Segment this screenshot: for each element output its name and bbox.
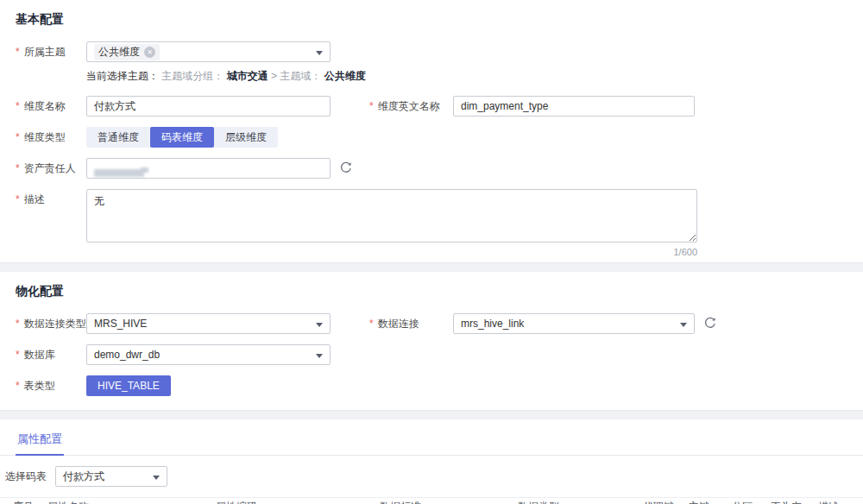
refresh-icon[interactable]	[339, 161, 353, 177]
subject-hint: 当前选择主题： 主题域分组： 城市交通 > 主题域： 公共维度	[86, 69, 847, 84]
connection-type-label: 数据连接类型	[16, 313, 86, 331]
type-option-normal[interactable]: 普通维度	[86, 127, 150, 148]
subject-label: 所属主题	[16, 41, 86, 60]
dimension-name-label: 维度名称	[16, 96, 86, 114]
asset-owner-redacted-value	[94, 167, 152, 180]
subject-select[interactable]: 公共维度 ✕	[86, 41, 331, 62]
section-title-material: 物化配置	[16, 272, 847, 313]
asset-owner-label: 资产责任人	[16, 158, 86, 176]
col-header-name: 属性名称	[35, 498, 203, 504]
database-value: demo_dwr_db	[94, 349, 160, 361]
table-type-row: 表类型 HIVE_TABLE	[16, 375, 847, 396]
dimension-en-name-label: 维度英文名称	[369, 96, 453, 114]
dimension-name-input[interactable]	[86, 96, 331, 117]
chevron-down-icon	[316, 354, 323, 358]
owner-row: 资产责任人	[16, 158, 847, 179]
section-title-basic: 基本配置	[16, 0, 847, 41]
table-type-badge[interactable]: HIVE_TABLE	[86, 375, 171, 396]
database-row: 数据库 demo_dwr_db	[16, 344, 847, 365]
col-header-data-type: 数据类型	[505, 498, 630, 504]
code-table-row: 选择码表 付款方式	[0, 456, 863, 497]
hint-domain-label: 主题域：	[280, 70, 321, 82]
subject-row: 所属主题 公共维度 ✕	[16, 41, 847, 62]
chevron-down-icon	[316, 51, 323, 55]
basic-config-section: 基本配置 所属主题 公共维度 ✕ 当前选择主题： 主题域分组： 城市交通 > 主…	[0, 0, 863, 257]
col-header-desc: 描述	[805, 498, 863, 504]
connection-type-value: MRS_HIVE	[94, 318, 147, 330]
type-option-codetable[interactable]: 码表维度	[150, 127, 214, 148]
attribute-config-section: 属性配置 选择码表 付款方式 序号 属性名称 属性编码 数据标准 数据类型 代理…	[0, 421, 863, 504]
col-header-surrogate-key: 代理键	[630, 498, 676, 504]
name-row: 维度名称 维度英文名称	[16, 96, 847, 117]
table-header-row: 序号 属性名称 属性编码 数据标准 数据类型 代理键 主键 分区 不为空 描述	[0, 498, 863, 504]
col-header-code: 属性编码	[203, 498, 367, 504]
hint-group-value: 城市交通	[227, 70, 268, 82]
attribute-table: 序号 属性名称 属性编码 数据标准 数据类型 代理键 主键 分区 不为空 描述 …	[0, 497, 863, 504]
database-select[interactable]: demo_dwr_db	[86, 344, 331, 365]
type-row: 维度类型 普通维度 码表维度 层级维度	[16, 127, 847, 148]
connection-type-row: 数据连接类型 MRS_HIVE 数据连接 mrs_hive_link	[16, 313, 847, 334]
hint-domain-value: 公共维度	[324, 70, 366, 82]
description-textarea[interactable]: 无	[86, 189, 697, 243]
refresh-icon[interactable]	[703, 316, 717, 332]
desc-row: 描述 无 1/600	[16, 189, 847, 257]
code-table-select[interactable]: 付款方式	[55, 466, 167, 487]
dimension-type-group: 普通维度 码表维度 层级维度	[86, 127, 278, 148]
type-option-hierarchy[interactable]: 层级维度	[214, 127, 278, 148]
dimension-en-name-input[interactable]	[453, 96, 695, 117]
asset-owner-input[interactable]	[86, 158, 331, 179]
materialization-config-section: 物化配置 数据连接类型 MRS_HIVE 数据连接 mrs_hive_link …	[0, 272, 863, 396]
chevron-down-icon	[316, 323, 323, 327]
data-connection-label: 数据连接	[369, 313, 453, 331]
col-header-primary-key: 主键	[676, 498, 719, 504]
table-type-label: 表类型	[16, 375, 86, 394]
section-divider	[0, 262, 863, 272]
description-label: 描述	[16, 189, 86, 207]
hint-group-label: 主题域分组：	[161, 70, 224, 82]
code-table-value: 付款方式	[63, 469, 104, 484]
data-connection-select[interactable]: mrs_hive_link	[453, 313, 695, 334]
code-table-label: 选择码表	[5, 469, 47, 484]
database-label: 数据库	[16, 344, 86, 362]
tab-attribute-config[interactable]: 属性配置	[16, 421, 64, 456]
col-header-not-null: 不为空	[758, 498, 805, 504]
col-header-no: 序号	[0, 498, 35, 504]
tag-close-icon[interactable]: ✕	[144, 47, 155, 58]
connection-type-select[interactable]: MRS_HIVE	[86, 313, 331, 334]
col-header-partition: 分区	[719, 498, 758, 504]
chevron-down-icon	[680, 323, 687, 327]
attribute-tabbar: 属性配置	[0, 421, 863, 456]
col-header-standard: 数据标准	[367, 498, 505, 504]
hint-prefix: 当前选择主题：	[86, 70, 159, 82]
chevron-down-icon	[153, 476, 160, 480]
data-connection-value: mrs_hive_link	[461, 318, 524, 330]
subject-tag: 公共维度 ✕	[94, 44, 160, 60]
subject-tag-label: 公共维度	[98, 45, 140, 60]
char-counter: 1/600	[86, 247, 697, 257]
hint-separator: >	[271, 70, 277, 82]
dimension-type-label: 维度类型	[16, 127, 86, 145]
section-divider	[0, 410, 863, 419]
